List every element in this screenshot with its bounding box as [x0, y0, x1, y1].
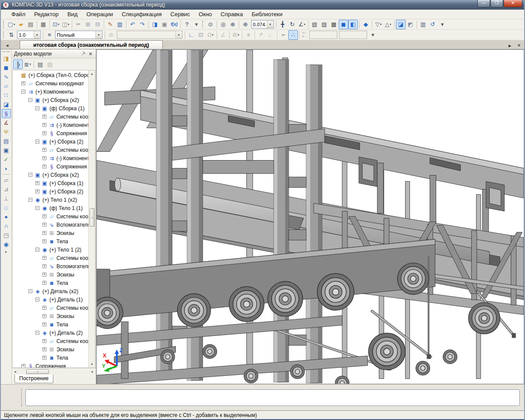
tree-expander-icon[interactable]: − [35, 140, 39, 144]
document-tab[interactable]: итоговая сборка (ознакомительный период) [20, 40, 163, 49]
ortho-mode-button[interactable]: ∟ [266, 30, 276, 40]
tree-item[interactable]: −▣(ф) Сборка (1) [13, 104, 88, 112]
parameterize-button[interactable]: ⇅ [7, 30, 16, 40]
close-button[interactable]: ✕ [504, 0, 522, 7]
shell-tool-button[interactable]: ◗ [2, 164, 11, 173]
print-button[interactable]: ▦ [38, 20, 48, 29]
offset-plane-button[interactable]: ⊿ [2, 185, 11, 194]
tree-item[interactable]: −◈(+) Деталь (x2) [13, 287, 88, 295]
tree-expander-icon[interactable]: + [35, 189, 39, 193]
tree-item[interactable]: +▣(+) Сборка (2) [13, 187, 88, 196]
document-setup-button[interactable]: ⊡ [196, 30, 206, 40]
surface-patch-button[interactable]: ◪ [2, 100, 11, 109]
open-document-button[interactable]: ▰ [16, 20, 26, 29]
minimize-button[interactable]: — [477, 0, 490, 7]
angle-snap-button[interactable]: ∠ [218, 30, 228, 40]
tree-expander-icon[interactable]: + [42, 314, 46, 318]
tree-item[interactable]: −◉(ф) Тело 1 (1) [13, 204, 88, 212]
tree-item[interactable]: ▩(+) Сборка (Тел-0, Сборо [13, 71, 88, 79]
tree-item[interactable]: −◈(+) Деталь (2) [13, 329, 88, 337]
tree-item[interactable]: +▱Системы координат [13, 212, 88, 220]
message-field[interactable] [25, 389, 520, 406]
tree-expander-icon[interactable]: + [42, 347, 46, 351]
check-document-button[interactable]: ✓ [2, 155, 11, 164]
hidden-lines-mode-button[interactable]: ▨ [319, 20, 329, 29]
rounding-button[interactable]: ∴ [288, 30, 298, 40]
menu-item[interactable]: Редактор [30, 10, 63, 18]
tab-scroll-left-icon[interactable]: ◄ [4, 43, 12, 49]
tree-expander-icon[interactable]: − [35, 248, 39, 252]
tree-item[interactable]: −◉(+) Тело 1 (2) [13, 245, 88, 254]
tree-expander-icon[interactable]: − [28, 198, 32, 202]
toolbar-grip[interactable] [3, 51, 10, 53]
tree-expander-icon[interactable]: − [35, 106, 39, 110]
combo-zoom-scale[interactable]: ▼ [251, 20, 274, 28]
tab-construction[interactable]: Построение [14, 374, 53, 383]
tree-item[interactable]: +⊞Эскизы [13, 312, 88, 320]
tree-item[interactable]: +◙Тела [13, 237, 88, 245]
tree-item[interactable]: +⇉(-) Компоненты [13, 121, 88, 129]
insert-view-button[interactable]: ◫▾ [61, 20, 70, 29]
pan-view-button[interactable]: ╋ [278, 20, 287, 29]
tree-item[interactable]: +§Сопряжения [13, 162, 88, 171]
rotate-view-button[interactable]: ↻ [287, 20, 297, 29]
dropdown-icon[interactable]: ▼ [34, 31, 40, 38]
tree-item[interactable]: +▱Системы координат [13, 304, 88, 312]
tree-item[interactable]: +◙Тела [13, 354, 88, 362]
tree-horizontal-scrollbar[interactable]: ◄ ≡ ► [12, 368, 96, 374]
dome-tool-button[interactable]: ∩ [2, 221, 11, 231]
tree-expander-icon[interactable]: + [42, 156, 46, 160]
rebuild-model-button[interactable]: ↺ [428, 20, 438, 29]
menu-item[interactable]: Файл [7, 10, 30, 18]
tree-item[interactable]: −▣(+) Сборка (2) [13, 137, 88, 146]
toolbar-grip[interactable] [202, 21, 204, 28]
toolbar-overflow-button[interactable]: ▾ [192, 20, 201, 29]
function-fx-button[interactable]: f(x) [169, 20, 179, 29]
tree-expander-icon[interactable]: + [42, 356, 46, 360]
grid-button[interactable]: ⊞▾ [231, 30, 241, 40]
rotate-component-button[interactable]: ◪ [396, 20, 406, 29]
step-scale-input[interactable] [18, 32, 34, 38]
toolbar-grip[interactable] [3, 31, 5, 38]
combo-step-scale[interactable]: ▼ [17, 31, 41, 39]
tree-expander-icon[interactable]: + [42, 339, 46, 343]
tree-expander-icon[interactable]: + [21, 364, 25, 368]
shaded-mode-button[interactable]: ◼ [339, 20, 348, 29]
toolbar-overflow-2-button[interactable]: ▾ [438, 20, 447, 29]
new-document-button[interactable]: ▢▾ [7, 20, 16, 29]
tree-item[interactable]: −▣(+) Сборка (x2) [13, 171, 88, 179]
menu-item[interactable]: Окно [194, 10, 216, 18]
tangent-plane-button[interactable]: ◇ [2, 203, 11, 212]
collision-check-button[interactable]: ▥ [418, 20, 428, 29]
specification-window-button[interactable]: ▣ [2, 146, 11, 155]
tree-item[interactable]: −⇉(+) Компоненты [13, 88, 88, 96]
tree-expander-icon[interactable]: − [28, 173, 32, 177]
menu-item[interactable]: Вид [63, 10, 82, 18]
tree-composition-view-button[interactable]: ≣▾ [23, 60, 32, 69]
tree-expander-icon[interactable]: − [21, 90, 25, 94]
wireframe-mode-button[interactable]: ▧ [310, 20, 319, 29]
library-catalog-button[interactable]: ▣ [160, 20, 169, 29]
detail-level-button[interactable]: ≡ [45, 30, 54, 40]
dropdown-icon[interactable]: ▼ [267, 21, 273, 28]
scroll-down-icon[interactable]: ▼ [91, 361, 94, 368]
save-document-button[interactable]: ▤ [26, 20, 35, 29]
section-tool-button[interactable]: ◳ [2, 231, 11, 240]
print-preview-button[interactable]: ⊡▾ [51, 20, 61, 29]
tree-item[interactable]: +⇉(-) Компоненты [13, 154, 88, 162]
tree-expander-icon[interactable]: + [42, 306, 46, 310]
panel-close-icon[interactable]: × [88, 50, 94, 57]
tree-expander-icon[interactable]: − [35, 331, 39, 335]
local-csys-button[interactable]: ↱ [256, 30, 266, 40]
tree-item[interactable]: +▱Системы координат [13, 112, 88, 121]
tree-item[interactable]: +▣(+) Сборка (1) [13, 179, 88, 187]
zoom-in-button[interactable]: ⊕ [228, 20, 238, 29]
tree-expander-icon[interactable]: − [28, 289, 32, 293]
scroll-up-icon[interactable]: ▲ [91, 70, 94, 77]
combo-detail-mode[interactable]: ▼ [55, 31, 102, 39]
dropdown-icon[interactable]: ▼ [95, 31, 102, 38]
tree-report-button[interactable]: ▤ [45, 60, 55, 69]
construction-axis-button[interactable]: ⊥ [2, 194, 11, 203]
point-array-button[interactable]: ∷ [2, 91, 11, 100]
layers-button[interactable]: ⊘ [106, 30, 116, 40]
